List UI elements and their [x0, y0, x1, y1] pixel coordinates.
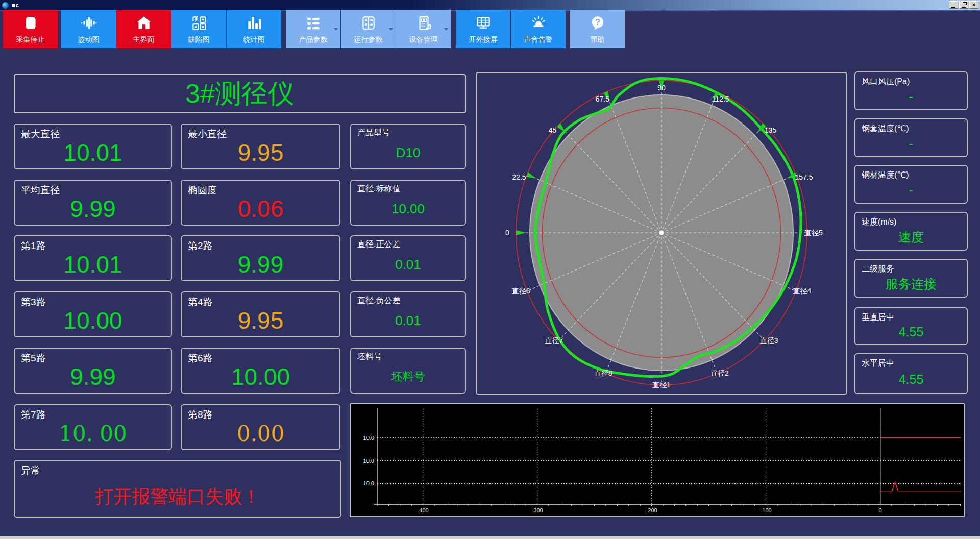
close-button[interactable]: ×: [969, 1, 978, 9]
toolbar-button-label: 统计图: [243, 35, 265, 44]
toolbar-button-sound-alarm[interactable]: 声音告警: [511, 10, 566, 48]
svg-text:67.5: 67.5: [596, 95, 609, 103]
card-value: 0.01: [351, 307, 465, 334]
bar-chart-icon: [246, 14, 263, 32]
defect-map-icon: [190, 14, 208, 32]
toolbar-button-external-screen[interactable]: 开外接屏: [456, 10, 510, 48]
card-path-5: 第5路 9.99: [14, 348, 172, 394]
card-exception: 异常 打开报警端口失败！: [14, 460, 341, 518]
svg-text:-200: -200: [646, 507, 657, 513]
polar-chart-panel: 022.54567.590112.5135157.5直径1直径2直径3直径4直径…: [476, 72, 847, 395]
toolbar-button-main-screen[interactable]: 主界面: [116, 10, 171, 48]
diameter-gauge-app: ■c × 采集停止 波动图 主界面: [0, 0, 980, 539]
toolbar-button-label: 声音告警: [524, 35, 553, 44]
close-icon: ×: [972, 2, 975, 8]
card-value: 10.00: [15, 307, 171, 334]
card-label: 直径.标称值: [357, 184, 400, 194]
card-value: 4.55: [855, 322, 967, 342]
card-product-model: 产品型号 D10: [350, 124, 466, 169]
svg-text:45: 45: [549, 126, 557, 134]
run-params-icon: [360, 14, 377, 32]
product-params-icon: [305, 14, 322, 32]
toolbar-button-defect-map[interactable]: 缺陷图: [172, 10, 226, 48]
card-value: 10.01: [15, 139, 171, 166]
card-value: 10.00: [182, 363, 339, 390]
toolbar-button-label: 运行参数: [354, 35, 383, 44]
toolbar-button-label: 帮助: [591, 35, 605, 44]
external-screen-icon: [475, 14, 492, 32]
toolbar-button-run-params[interactable]: 运行参数: [341, 10, 396, 48]
svg-text:直径7: 直径7: [545, 336, 563, 345]
card-value: 10.01: [15, 251, 171, 278]
toolbar-button-device-manage[interactable]: 设备管理: [396, 10, 451, 48]
dropdown-arrow-icon: [389, 28, 393, 31]
card-value: 0.01: [351, 251, 465, 278]
window-controls: ×: [948, 1, 978, 9]
card-minus-tolerance: 直径.负公差 0.01: [350, 291, 466, 337]
stop-icon: [22, 14, 39, 32]
sound-alarm-icon: [530, 14, 547, 32]
help-icon: ?: [589, 14, 606, 32]
trend-chart-panel: 10.010.010.0-400-300-200-1000: [350, 403, 965, 517]
toolbar-button-statistics-chart[interactable]: 统计图: [227, 10, 281, 48]
card-horizontal-center: 水平居中 4.55: [854, 353, 968, 394]
card-label: 坯料号: [357, 352, 382, 362]
card-avg-diameter: 平均直径 9.99: [14, 180, 172, 226]
card-value: -: [855, 133, 967, 154]
card-value: 10. 00: [15, 420, 171, 447]
card-ovality: 椭圆度 0.06: [181, 180, 340, 226]
card-value: 10.00: [351, 195, 465, 223]
card-tuyere-pressure: 风口风压(Pa) -: [854, 71, 968, 110]
svg-text:?: ?: [595, 17, 600, 27]
toolbar-button-help[interactable]: ? 帮助: [570, 10, 625, 48]
card-value: 9.99: [15, 195, 171, 223]
waveform-icon: [80, 14, 97, 32]
toolbar-button-label: 开外接屏: [469, 35, 498, 44]
svg-text:直径2: 直径2: [710, 369, 729, 377]
card-billet-no: 坯料号 坯料号: [350, 348, 466, 394]
card-value: D10: [351, 139, 465, 166]
toolbar-button-label: 缺陷图: [188, 35, 210, 44]
svg-text:10.0: 10.0: [363, 458, 374, 464]
card-value: 9.95: [182, 307, 339, 334]
app-icon: [2, 2, 9, 9]
card-min-diameter: 最小直径 9.95: [181, 124, 340, 169]
toolbar-button-label: 采集停止: [16, 35, 45, 44]
card-value: 9.99: [15, 363, 171, 390]
window-bottom-edge: [0, 536, 980, 539]
toolbar-button-label: 产品参数: [299, 35, 328, 44]
svg-text:112.5: 112.5: [712, 95, 729, 103]
device-manage-icon: [415, 14, 432, 32]
card-label: 直径.负公差: [357, 296, 400, 306]
svg-text:直径4: 直径4: [793, 287, 811, 295]
minimize-button[interactable]: [949, 1, 958, 9]
svg-text:90: 90: [657, 84, 666, 92]
restore-button[interactable]: [959, 1, 968, 9]
card-value: 0.06: [182, 195, 339, 223]
card-label: 直径.正公差: [357, 239, 400, 250]
toolbar-button-wave-chart[interactable]: 波动图: [61, 10, 116, 48]
svg-text:直径6: 直径6: [512, 287, 530, 295]
svg-text:直径5: 直径5: [804, 229, 823, 237]
svg-text:-100: -100: [761, 507, 772, 513]
card-value: 速度: [855, 226, 967, 248]
svg-text:直径8: 直径8: [594, 369, 612, 377]
svg-text:-300: -300: [532, 507, 543, 513]
gauge-title: 3#测径仪: [14, 74, 466, 113]
svg-text:157.5: 157.5: [795, 173, 813, 181]
card-vertical-center: 垂直居中 4.55: [854, 307, 968, 345]
svg-text:0: 0: [505, 229, 509, 237]
dropdown-arrow-icon: [444, 28, 448, 31]
toolbar-button-label: 主界面: [133, 35, 155, 44]
card-path-8: 第8路 0.00: [181, 404, 340, 450]
svg-text:0: 0: [879, 507, 882, 513]
window-titlebar: ■c ×: [0, 0, 980, 10]
card-steel-temperature: 钢材温度(℃) -: [854, 165, 968, 204]
toolbar-button-label: 波动图: [78, 35, 100, 44]
card-value: 4.55: [855, 368, 967, 391]
toolbar-button-stop-capture[interactable]: 采集停止: [3, 10, 58, 48]
minimize-icon: [951, 7, 955, 8]
window-title: ■c: [12, 2, 19, 8]
toolbar-button-product-params[interactable]: 产品参数: [286, 10, 340, 48]
svg-text:10.0: 10.0: [363, 435, 374, 441]
